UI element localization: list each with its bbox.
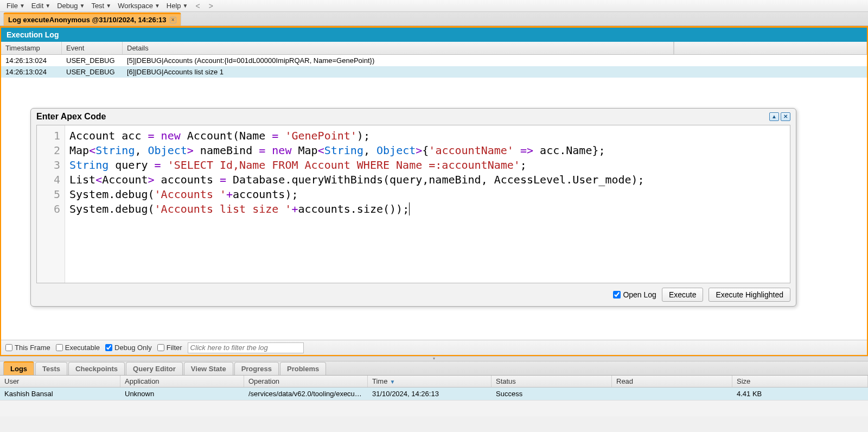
- log-table-header: Timestamp Event Details: [1, 42, 867, 55]
- this-frame-checkbox[interactable]: This Frame: [5, 344, 50, 352]
- dialog-title-text: Enter Apex Code: [36, 112, 106, 122]
- logs-grid: User Application Operation Time▼ Status …: [0, 376, 868, 400]
- dialog-titlebar[interactable]: Enter Apex Code ▲ ✕: [31, 109, 796, 125]
- grip-icon: ▾: [426, 357, 442, 360]
- caret-down-icon: ▼: [20, 3, 25, 9]
- col-timestamp[interactable]: Timestamp: [1, 42, 62, 54]
- col-application[interactable]: Application: [120, 376, 244, 387]
- cell-status: Success: [492, 387, 612, 400]
- filter-input[interactable]: [188, 342, 304, 353]
- cell-application: Unknown: [120, 387, 244, 400]
- execute-button[interactable]: Execute: [662, 288, 704, 302]
- log-table-body: 14:26:13:024 USER_DEBUG [5]|DEBUG|Accoun…: [1, 55, 867, 78]
- caret-down-icon: ▼: [45, 3, 50, 9]
- cell-event: USER_DEBUG: [62, 55, 123, 66]
- menu-edit[interactable]: Edit▼: [28, 1, 54, 11]
- tab-label: Log executeAnonymous @31/10/2024, 14:26:…: [8, 16, 167, 24]
- close-icon[interactable]: ×: [170, 17, 176, 23]
- cell-size: 4.41 KB: [732, 387, 868, 400]
- splitter[interactable]: ▾: [0, 356, 868, 361]
- log-panel: Execution Log Timestamp Event Details 14…: [0, 26, 868, 356]
- tab-problems[interactable]: Problems: [280, 362, 326, 375]
- cell-details: [5]|DEBUG|Accounts (Account:{Id=001dL000…: [123, 55, 867, 66]
- tab-log[interactable]: Log executeAnonymous @31/10/2024, 14:26:…: [3, 12, 181, 26]
- col-operation[interactable]: Operation: [244, 376, 368, 387]
- apex-dialog: Enter Apex Code ▲ ✕ 123456 Account acc =…: [30, 108, 796, 307]
- col-status[interactable]: Status: [492, 376, 612, 387]
- col-spacer: [674, 42, 867, 54]
- col-event[interactable]: Event: [62, 42, 123, 54]
- tab-view-state[interactable]: View State: [184, 362, 233, 375]
- col-user[interactable]: User: [0, 376, 120, 387]
- col-read[interactable]: Read: [612, 376, 732, 387]
- logs-grid-row[interactable]: Kashish Bansal Unknown /services/data/v6…: [0, 387, 868, 400]
- cell-user: Kashish Bansal: [0, 387, 120, 400]
- col-time[interactable]: Time▼: [368, 376, 492, 387]
- code-editor[interactable]: 123456 Account acc = new Account(Name = …: [36, 125, 790, 283]
- caret-down-icon: ▼: [155, 3, 160, 9]
- cell-operation: /services/data/v62.0/tooling/execute…: [244, 387, 368, 400]
- nav-forward-button[interactable]: >: [205, 2, 218, 10]
- status-bar: [0, 400, 868, 416]
- col-size[interactable]: Size: [732, 376, 868, 387]
- cell-details: [6]|DEBUG|Accounts list size 1: [123, 66, 867, 78]
- cell-timestamp: 14:26:13:024: [1, 66, 62, 78]
- debug-only-checkbox[interactable]: Debug Only: [105, 344, 152, 352]
- cell-timestamp: 14:26:13:024: [1, 55, 62, 66]
- menu-bar: File▼ Edit▼ Debug▼ Test▼ Workspace▼ Help…: [0, 0, 868, 12]
- open-log-checkbox[interactable]: Open Log: [613, 290, 656, 299]
- section-title: Execution Log: [1, 28, 867, 42]
- cell-time: 31/10/2024, 14:26:13: [368, 387, 492, 400]
- logs-grid-header: User Application Operation Time▼ Status …: [0, 376, 868, 387]
- cell-event: USER_DEBUG: [62, 66, 123, 78]
- menu-test[interactable]: Test▼: [88, 1, 114, 11]
- bottom-tabs: Logs Tests Checkpoints Query Editor View…: [0, 361, 868, 376]
- tab-tests[interactable]: Tests: [35, 362, 67, 375]
- code-text[interactable]: Account acc = new Account(Name = 'GenePo…: [65, 125, 649, 283]
- nav-back-button[interactable]: <: [192, 2, 205, 10]
- col-details[interactable]: Details: [123, 42, 674, 54]
- tab-progress[interactable]: Progress: [234, 362, 279, 375]
- menu-file[interactable]: File▼: [3, 1, 28, 11]
- document-tabs: Log executeAnonymous @31/10/2024, 14:26:…: [0, 12, 868, 26]
- caret-down-icon: ▼: [106, 3, 111, 9]
- dialog-footer: Open Log Execute Execute Highlighted: [31, 283, 796, 306]
- filter-checkbox[interactable]: Filter: [157, 344, 182, 352]
- log-row[interactable]: 14:26:13:024 USER_DEBUG [6]|DEBUG|Accoun…: [1, 66, 867, 78]
- log-row[interactable]: 14:26:13:024 USER_DEBUG [5]|DEBUG|Accoun…: [1, 55, 867, 66]
- tab-query-editor[interactable]: Query Editor: [126, 362, 183, 375]
- menu-debug[interactable]: Debug▼: [54, 1, 88, 11]
- tab-logs[interactable]: Logs: [3, 361, 34, 375]
- collapse-icon[interactable]: ▲: [769, 112, 779, 121]
- executable-checkbox[interactable]: Executable: [56, 344, 100, 352]
- caret-down-icon: ▼: [79, 3, 85, 9]
- menu-help[interactable]: Help▼: [163, 1, 192, 11]
- caret-down-icon: ▼: [183, 3, 188, 9]
- cell-read: [612, 387, 732, 400]
- tab-checkpoints[interactable]: Checkpoints: [68, 362, 125, 375]
- menu-workspace[interactable]: Workspace▼: [114, 1, 163, 11]
- execute-highlighted-button[interactable]: Execute Highlighted: [709, 288, 790, 302]
- gutter: 123456: [37, 125, 65, 283]
- sort-desc-icon: ▼: [390, 379, 395, 385]
- log-filter-bar: This Frame Executable Debug Only Filter: [1, 340, 867, 355]
- close-icon[interactable]: ✕: [781, 112, 790, 121]
